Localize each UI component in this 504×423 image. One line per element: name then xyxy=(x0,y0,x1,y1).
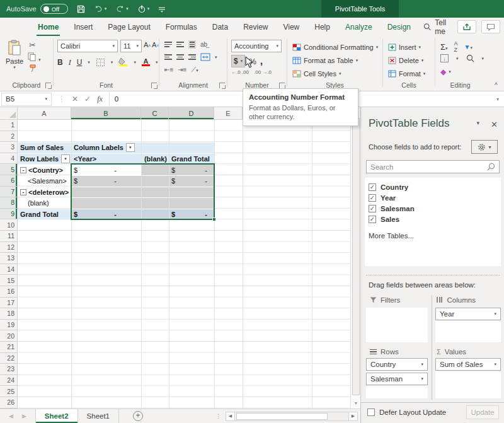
row-header-10[interactable]: 10 xyxy=(0,219,18,231)
percent-style-button[interactable]: % xyxy=(249,57,256,66)
row-header-16[interactable]: 16 xyxy=(0,286,18,298)
number-format-combo[interactable]: Accounting▾ xyxy=(231,40,282,52)
selection-fill-handle[interactable] xyxy=(212,217,216,221)
update-button[interactable]: Update xyxy=(466,405,499,419)
clear-dropdown-icon[interactable]: ▾ xyxy=(449,69,451,74)
autosum-button[interactable]: Σ▾ xyxy=(440,42,448,52)
field-item-year[interactable]: ✓Year xyxy=(369,192,497,203)
tab-home[interactable]: Home xyxy=(30,18,66,36)
align-left-icon[interactable] xyxy=(164,54,172,60)
conditional-formatting-button[interactable]: Conditional Formatting▾ xyxy=(292,40,378,54)
row-header-14[interactable]: 14 xyxy=(0,264,18,275)
row-header-7[interactable]: 7 xyxy=(0,187,18,198)
redo-button[interactable]: ▾ xyxy=(115,5,129,13)
cell-D7[interactable] xyxy=(169,187,214,198)
copy-dropdown-icon[interactable]: ▾ xyxy=(38,57,41,62)
sheet-tab-sheet1[interactable]: Sheet1 xyxy=(78,409,119,423)
paste-button[interactable]: Paste ▾ xyxy=(4,40,25,70)
row-header-19[interactable]: 19 xyxy=(0,320,18,331)
name-box[interactable]: B5 ▾ xyxy=(1,93,52,106)
pane-options-icon[interactable]: ▾ xyxy=(477,120,480,129)
more-tables-link[interactable]: More Tables... xyxy=(369,232,497,240)
scroll-down-icon[interactable]: ▼ xyxy=(352,398,360,408)
filter-dropdown-icon[interactable]: ▾ xyxy=(61,154,70,163)
collapse-ribbon-button[interactable]: ˄ xyxy=(495,81,498,87)
font-dialog-launcher[interactable] xyxy=(151,83,157,88)
new-sheet-button[interactable]: + xyxy=(133,411,143,421)
cell-B3[interactable]: Column Labels▾ xyxy=(72,142,141,153)
prev-sheet-icon[interactable]: ◀ xyxy=(9,413,13,419)
increase-decimal-button[interactable]: ←.0 .00 xyxy=(231,69,249,75)
orientation-icon[interactable]: ⟋▾ xyxy=(191,66,198,74)
font-color-button[interactable]: A xyxy=(142,59,150,66)
find-select-icon[interactable] xyxy=(466,54,474,62)
cell-A8[interactable]: (blank) xyxy=(18,198,71,209)
alignment-dialog-launcher[interactable] xyxy=(219,83,225,88)
wrap-text-icon[interactable]: ab͢ xyxy=(200,41,207,48)
scrollbar-splitter[interactable]: ⋮ xyxy=(215,413,222,419)
namebox-splitter[interactable]: ⋮ xyxy=(58,95,66,103)
row-header-17[interactable]: 17 xyxy=(0,298,18,309)
pill-country[interactable]: Country▾ xyxy=(366,358,428,371)
vertical-scrollbar[interactable]: ▲ ▼ xyxy=(350,107,360,409)
scroll-right-icon[interactable]: ▶ xyxy=(348,412,358,421)
cell-A5[interactable]: -<Country> xyxy=(18,165,71,175)
column-header-C[interactable]: C xyxy=(141,107,169,120)
horizontal-scroll-thumb[interactable] xyxy=(236,413,328,420)
collapse-icon[interactable]: - xyxy=(20,189,26,195)
cell-C4[interactable]: (blank) xyxy=(142,154,169,165)
row-header-23[interactable]: 23 xyxy=(0,364,18,375)
column-header-A[interactable]: A xyxy=(18,107,71,120)
row-header-15[interactable]: 15 xyxy=(0,275,18,286)
row-header-20[interactable]: 20 xyxy=(0,330,18,342)
touch-mode-button[interactable]: ▾ xyxy=(137,4,150,13)
column-header-E[interactable]: E xyxy=(214,107,243,120)
cell-A9[interactable]: Grand Total xyxy=(18,209,71,220)
format-as-table-button[interactable]: Format as Table▾ xyxy=(292,54,358,67)
fill-dropdown-icon[interactable]: ▾ xyxy=(456,56,459,61)
accounting-format-button[interactable]: $ ▾ xyxy=(231,55,245,67)
cell-B6[interactable]: $- xyxy=(72,176,141,187)
align-middle-icon[interactable] xyxy=(176,42,184,47)
row-header-24[interactable]: 24 xyxy=(0,375,18,386)
shrink-font-button[interactable]: A˅ xyxy=(152,41,159,49)
horizontal-scrollbar[interactable]: ⋮ ◀ ▶ xyxy=(215,411,360,421)
paste-dropdown-icon[interactable]: ▾ xyxy=(4,65,25,70)
insert-cells-button[interactable]: Insert▾ xyxy=(388,40,421,54)
cell-A3[interactable]: Sum of Sales xyxy=(18,142,71,153)
row-header-25[interactable]: 25 xyxy=(0,386,18,397)
enter-button[interactable]: ✓ xyxy=(84,95,91,103)
cell-C6[interactable] xyxy=(142,176,169,187)
pill-sum-of-sales[interactable]: Sum of Sales▾ xyxy=(435,358,501,371)
cell-C3[interactable] xyxy=(142,142,169,153)
cell-D8[interactable] xyxy=(169,198,214,209)
decrease-decimal-button[interactable]: .00 →.0 xyxy=(254,69,272,75)
align-bottom-icon[interactable] xyxy=(188,40,196,49)
column-header-D[interactable]: D xyxy=(169,107,214,120)
scroll-left-icon[interactable]: ◀ xyxy=(226,412,235,421)
cell-C7[interactable] xyxy=(142,187,169,198)
insert-function-button[interactable]: fx xyxy=(97,95,103,104)
field-checkbox[interactable]: ✓ xyxy=(369,205,376,212)
field-item-salesman[interactable]: ✓Salesman xyxy=(369,203,497,214)
font-size-combo[interactable]: 11▾ xyxy=(120,40,142,52)
font-name-combo[interactable]: Calibri▾ xyxy=(57,40,118,52)
underline-dropdown-icon[interactable]: ▾ xyxy=(88,60,90,65)
grow-font-button[interactable]: A˄ xyxy=(144,41,151,49)
tab-page-layout[interactable]: Page Layout xyxy=(100,18,158,36)
quick-access-customize-button[interactable] xyxy=(158,5,166,13)
format-cells-button[interactable]: Format▾ xyxy=(388,67,425,80)
copy-button[interactable]: ▾ xyxy=(28,52,41,62)
format-painter-button[interactable] xyxy=(29,64,38,74)
cell-D4[interactable]: Grand Total xyxy=(169,154,214,165)
cell-B7[interactable] xyxy=(72,187,141,198)
fill-color-dropdown-icon[interactable]: ▾ xyxy=(134,60,136,65)
cell-A4[interactable]: Row Labels▾ xyxy=(18,154,71,165)
row-header-26[interactable]: 26 xyxy=(0,397,18,409)
fill-color-button[interactable] xyxy=(118,57,128,67)
cell-B4[interactable]: <Year> xyxy=(72,154,141,165)
row-header-3[interactable]: 3 xyxy=(0,142,18,153)
increase-indent-icon[interactable]: ⇥≡ xyxy=(178,66,186,73)
share-button[interactable] xyxy=(457,20,476,33)
cell-A7[interactable]: -<deleterow> xyxy=(18,187,71,198)
